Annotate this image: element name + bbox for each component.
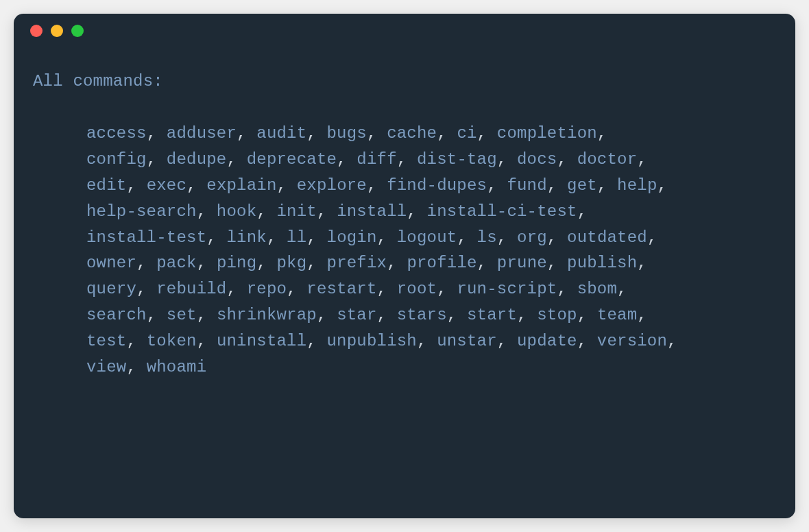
command-item: explain — [206, 176, 276, 195]
separator: , — [147, 306, 167, 324]
command-item: team — [597, 306, 637, 324]
command-item: query — [86, 280, 136, 298]
command-item: pack — [156, 254, 196, 272]
separator: , — [617, 280, 627, 298]
separator: , — [657, 176, 668, 195]
command-item: version — [597, 332, 667, 350]
separator: , — [647, 228, 657, 247]
command-item: diff — [357, 150, 396, 169]
close-button[interactable] — [30, 25, 43, 37]
command-item: prefix — [327, 254, 387, 272]
command-item: bugs — [327, 124, 367, 143]
command-item: exec — [147, 176, 186, 195]
separator: , — [367, 124, 387, 143]
separator: , — [317, 202, 337, 221]
separator: , — [197, 254, 217, 272]
command-item: star — [337, 306, 376, 324]
command-item: search — [86, 306, 147, 324]
command-item: adduser — [167, 124, 237, 143]
separator: , — [306, 124, 326, 143]
separator: , — [256, 254, 276, 272]
separator: , — [477, 254, 497, 272]
command-item: start — [467, 306, 517, 324]
separator: , — [256, 202, 276, 221]
separator: , — [497, 150, 517, 169]
command-item: cache — [387, 124, 437, 143]
separator: , — [197, 332, 217, 350]
terminal-window: All commands: access, adduser, audit, bu… — [14, 14, 795, 518]
command-item: help-search — [86, 202, 197, 221]
command-item: token — [147, 332, 197, 350]
command-item: dedupe — [167, 150, 227, 169]
separator: , — [407, 202, 426, 221]
command-item: root — [397, 280, 437, 298]
terminal-body: All commands: access, adduser, audit, bu… — [14, 48, 795, 518]
command-item: deprecate — [247, 150, 337, 169]
command-item: restart — [306, 280, 376, 298]
separator: , — [377, 306, 397, 324]
command-item: repo — [247, 280, 287, 298]
command-item: org — [517, 228, 547, 247]
separator: , — [397, 150, 417, 169]
separator: , — [377, 280, 397, 298]
command-item: ls — [477, 228, 497, 247]
separator: , — [126, 332, 146, 350]
separator: , — [547, 254, 567, 272]
separator: , — [557, 150, 577, 169]
command-item: hook — [217, 202, 256, 221]
minimize-button[interactable] — [51, 25, 63, 37]
separator: , — [147, 150, 167, 169]
separator: , — [497, 228, 517, 247]
separator: , — [287, 280, 306, 298]
command-item: uninstall — [217, 332, 306, 350]
command-item: rebuild — [156, 280, 226, 298]
separator: , — [497, 332, 517, 350]
separator: , — [387, 254, 407, 272]
separator: , — [306, 254, 326, 272]
separator: , — [547, 176, 567, 195]
separator: , — [306, 228, 326, 247]
separator: , — [577, 202, 588, 221]
maximize-button[interactable] — [71, 25, 84, 37]
commands-header: All commands: — [33, 69, 776, 95]
separator: , — [306, 332, 326, 350]
separator: , — [487, 176, 507, 195]
commands-list: access, adduser, audit, bugs, cache, ci,… — [33, 121, 746, 380]
command-item: install-test — [86, 228, 206, 247]
command-item: stars — [397, 306, 447, 324]
separator: , — [197, 306, 217, 324]
command-item: unstar — [437, 332, 497, 350]
command-item: doctor — [577, 150, 638, 169]
command-item: unpublish — [327, 332, 417, 350]
command-item: audit — [256, 124, 306, 143]
separator: , — [517, 306, 537, 324]
separator: , — [637, 254, 647, 272]
command-item: stop — [537, 306, 577, 324]
command-item: install — [337, 202, 407, 221]
separator: , — [667, 332, 677, 350]
command-item: access — [86, 124, 147, 143]
separator: , — [317, 306, 337, 324]
command-item: edit — [86, 176, 126, 195]
command-item: install-ci-test — [427, 202, 577, 221]
command-item: run-script — [457, 280, 557, 298]
separator: , — [147, 124, 167, 143]
separator: , — [557, 280, 577, 298]
command-item: find-dupes — [387, 176, 487, 195]
separator: , — [637, 150, 647, 169]
separator: , — [277, 176, 297, 195]
separator: , — [577, 332, 597, 350]
separator: , — [417, 332, 437, 350]
command-item: fund — [507, 176, 546, 195]
command-item: ci — [457, 124, 476, 143]
separator: , — [126, 358, 146, 376]
command-item: outdated — [567, 228, 647, 247]
command-item: shrinkwrap — [217, 306, 317, 324]
separator: , — [547, 228, 567, 247]
command-item: owner — [86, 254, 136, 272]
command-item: pkg — [277, 254, 307, 272]
command-item: config — [86, 150, 147, 169]
separator: , — [477, 124, 497, 143]
command-item: explore — [297, 176, 367, 195]
separator: , — [457, 228, 476, 247]
